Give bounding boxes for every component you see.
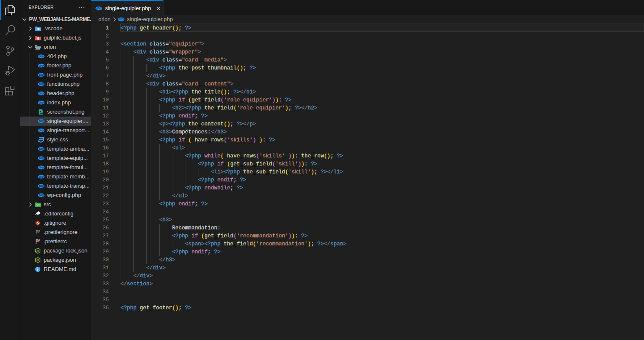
svg-text:php: php <box>38 101 44 104</box>
svg-text:php: php <box>38 82 44 86</box>
svg-text:php: php <box>38 73 44 77</box>
svg-text:php: php <box>38 166 44 169</box>
svg-text:JS: JS <box>36 259 39 261</box>
svg-text:JS: JS <box>36 250 39 252</box>
svg-text:php: php <box>38 175 44 178</box>
svg-text:php: php <box>38 157 44 160</box>
svg-text:php: php <box>38 194 44 197</box>
svg-text:php: php <box>38 184 44 188</box>
svg-text:php: php <box>38 64 44 67</box>
svg-text:php: php <box>118 18 124 21</box>
svg-text:php: php <box>38 147 44 151</box>
svg-text:</>: </> <box>36 204 40 207</box>
svg-text:php: php <box>38 120 44 123</box>
svg-text:php: php <box>38 129 44 132</box>
svg-text:php: php <box>38 55 44 58</box>
svg-text:php: php <box>38 92 44 95</box>
